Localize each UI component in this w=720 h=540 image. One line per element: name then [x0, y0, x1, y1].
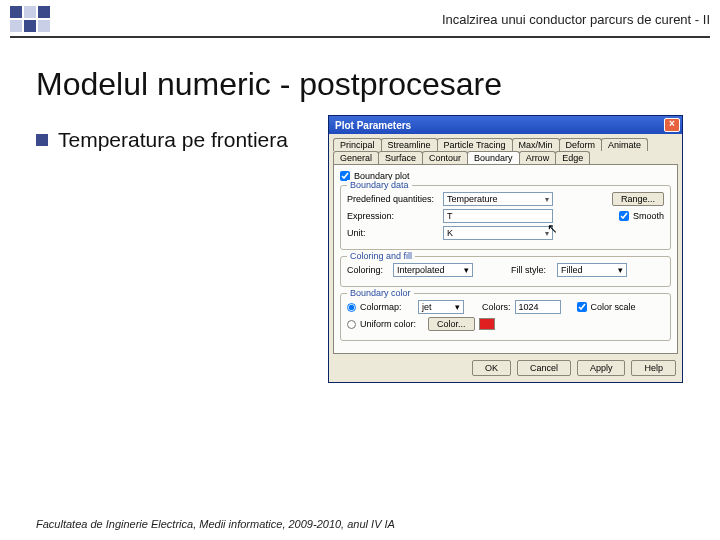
bullet-area: Temperatura pe frontiera — [36, 115, 316, 383]
slide-footer: Facultatea de Inginerie Electrica, Medii… — [36, 518, 395, 530]
colorscale-label: Color scale — [591, 302, 636, 312]
chevron-down-icon: ▾ — [464, 265, 469, 275]
tab-general[interactable]: General — [333, 151, 379, 164]
cancel-button[interactable]: Cancel — [517, 360, 571, 376]
boundary-data-legend: Boundary data — [347, 180, 412, 190]
color-button[interactable]: Color... — [428, 317, 475, 331]
tab-animate[interactable]: Animate — [601, 138, 648, 151]
colormap-select[interactable]: jet ▾ — [418, 300, 464, 314]
predef-label: Predefined quantities: — [347, 194, 439, 204]
unit-label: Unit: — [347, 228, 439, 238]
boundary-color-group: Boundary color Colormap: jet ▾ Colors: 1… — [340, 293, 671, 341]
coloring-legend: Coloring and fill — [347, 251, 415, 261]
colors-input[interactable]: 1024 — [515, 300, 561, 314]
bullet-item: Temperatura pe frontiera — [36, 127, 316, 153]
logo-icon — [10, 6, 50, 32]
tab-strip: General Surface Contour Boundary Arrow E… — [329, 134, 682, 164]
square-bullet-icon — [36, 134, 48, 146]
chevron-down-icon: ▾ — [545, 195, 549, 204]
fill-value: Filled — [561, 265, 583, 275]
expression-input[interactable]: T — [443, 209, 553, 223]
expr-value: T — [447, 211, 453, 221]
unit-select[interactable]: K ▾ — [443, 226, 553, 240]
dialog-button-bar: OK Cancel Apply Help — [329, 354, 682, 382]
tab-arrow[interactable]: Arrow — [519, 151, 557, 164]
chevron-down-icon: ▾ — [545, 229, 549, 238]
tab-maxmin[interactable]: Max/Min — [512, 138, 560, 151]
coloring-fill-group: Coloring and fill Coloring: Interpolated… — [340, 256, 671, 287]
colors-label: Colors: — [482, 302, 511, 312]
colormap-radio[interactable] — [347, 303, 356, 312]
uniform-radio[interactable] — [347, 320, 356, 329]
ok-button[interactable]: OK — [472, 360, 511, 376]
expr-label: Expression: — [347, 211, 439, 221]
predef-value: Temperature — [447, 194, 498, 204]
colors-value: 1024 — [519, 302, 539, 312]
apply-button[interactable]: Apply — [577, 360, 626, 376]
dialog-title: Plot Parameters — [335, 120, 411, 131]
color-swatch — [479, 318, 495, 330]
colorscale-check[interactable] — [577, 302, 587, 312]
chevron-down-icon: ▾ — [455, 302, 460, 312]
bullet-text: Temperatura pe frontiera — [58, 127, 288, 153]
coloring-value: Interpolated — [397, 265, 445, 275]
boundary-data-group: Boundary data Predefined quantities: Tem… — [340, 185, 671, 250]
header-title: Incalzirea unui conductor parcurs de cur… — [442, 12, 710, 27]
close-button[interactable]: × — [664, 118, 680, 132]
slide-header: Incalzirea unui conductor parcurs de cur… — [0, 0, 720, 36]
header-rule — [10, 36, 710, 38]
range-button[interactable]: Range... — [612, 192, 664, 206]
content-area: Temperatura pe frontiera Plot Parameters… — [0, 115, 720, 383]
bcolor-legend: Boundary color — [347, 288, 414, 298]
smooth-check[interactable] — [619, 211, 629, 221]
tab-particle[interactable]: Particle Tracing — [437, 138, 513, 151]
fill-label: Fill style: — [511, 265, 553, 275]
tab-principal[interactable]: Principal — [333, 138, 382, 151]
page-title: Modelul numeric - postprocesare — [36, 66, 720, 103]
dialog-titlebar[interactable]: Plot Parameters × — [329, 116, 682, 134]
tab-edge[interactable]: Edge — [555, 151, 590, 164]
help-button[interactable]: Help — [631, 360, 676, 376]
predef-select[interactable]: Temperature ▾ — [443, 192, 553, 206]
plot-parameters-dialog: Plot Parameters × General Surface Contou… — [328, 115, 683, 383]
chevron-down-icon: ▾ — [618, 265, 623, 275]
unit-value: K — [447, 228, 453, 238]
tab-deform[interactable]: Deform — [559, 138, 603, 151]
smooth-checkbox[interactable]: Smooth — [619, 211, 664, 221]
tab-surface[interactable]: Surface — [378, 151, 423, 164]
tab-contour[interactable]: Contour — [422, 151, 468, 164]
smooth-label: Smooth — [633, 211, 664, 221]
coloring-label: Coloring: — [347, 265, 389, 275]
tab-panel-boundary: Boundary plot Boundary data Predefined q… — [333, 164, 678, 354]
fill-select[interactable]: Filled ▾ — [557, 263, 627, 277]
coloring-select[interactable]: Interpolated ▾ — [393, 263, 473, 277]
colormap-label: Colormap: — [360, 302, 414, 312]
uniform-label: Uniform color: — [360, 319, 424, 329]
colorscale-checkbox[interactable]: Color scale — [577, 302, 636, 312]
colormap-value: jet — [422, 302, 432, 312]
tab-streamline[interactable]: Streamline — [381, 138, 438, 151]
tab-boundary[interactable]: Boundary — [467, 151, 520, 164]
